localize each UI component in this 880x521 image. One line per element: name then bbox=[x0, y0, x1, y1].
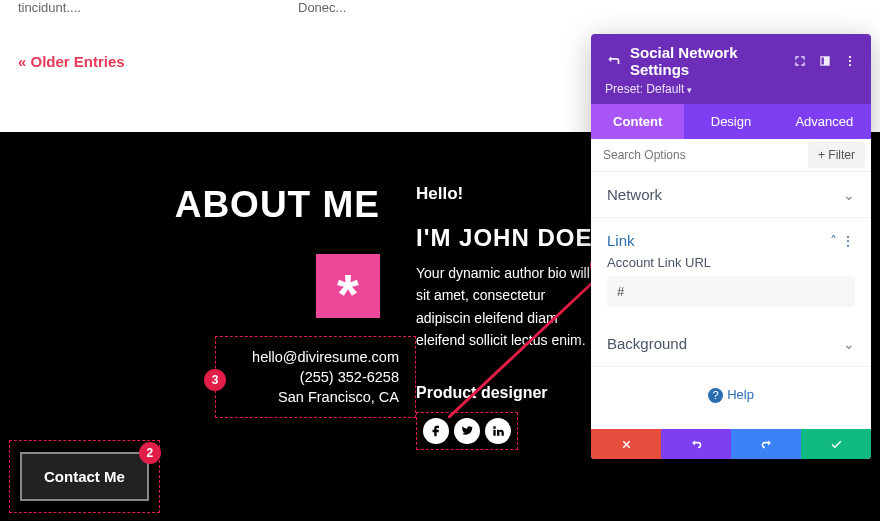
dock-icon[interactable] bbox=[817, 54, 832, 69]
kebab-menu-icon[interactable] bbox=[842, 54, 857, 69]
asterisk-icon: * bbox=[337, 266, 359, 322]
contact-email: hello@diviresume.com bbox=[252, 349, 399, 365]
author-role: Product designer bbox=[416, 384, 596, 402]
contact-location: San Francisco, CA bbox=[252, 389, 399, 405]
search-input[interactable] bbox=[591, 139, 808, 171]
section-network[interactable]: Network ⌄ bbox=[591, 172, 871, 218]
svg-point-4 bbox=[848, 64, 850, 66]
truncated-text-2: Donec... bbox=[298, 0, 346, 15]
section-background[interactable]: Background ⌄ bbox=[591, 321, 871, 367]
social-icons-row bbox=[416, 412, 518, 450]
chevron-down-icon: ⌄ bbox=[843, 336, 855, 352]
expand-icon[interactable] bbox=[792, 54, 807, 69]
help-link[interactable]: ?Help bbox=[591, 367, 871, 429]
contact-info-box: 3 hello@diviresume.com (255) 352-6258 Sa… bbox=[215, 336, 416, 418]
svg-point-2 bbox=[848, 56, 850, 58]
delete-button[interactable] bbox=[591, 429, 661, 459]
redo-button[interactable] bbox=[731, 429, 801, 459]
tab-design[interactable]: Design bbox=[684, 104, 777, 139]
logo-square: * bbox=[316, 254, 380, 318]
filter-button[interactable]: Filter bbox=[808, 142, 865, 168]
older-entries-link[interactable]: « Older Entries bbox=[18, 53, 125, 70]
author-name: I'M JOHN DOE bbox=[416, 224, 596, 252]
contact-button-wrap: Contact Me 2 bbox=[9, 440, 160, 513]
link-url-input[interactable] bbox=[607, 276, 855, 307]
back-arrow-icon[interactable] bbox=[605, 54, 620, 69]
settings-panel: Social Network Settings Preset: Default … bbox=[591, 34, 871, 459]
tab-content[interactable]: Content bbox=[591, 104, 684, 139]
panel-title: Social Network Settings bbox=[630, 44, 782, 78]
callout-badge-2: 2 bbox=[139, 442, 161, 464]
author-bio: Your dynamic author bio will sit amet, c… bbox=[416, 262, 591, 352]
chevron-up-icon: ˄ bbox=[830, 233, 837, 249]
confirm-button[interactable] bbox=[801, 429, 871, 459]
svg-point-3 bbox=[848, 60, 850, 62]
linkedin-icon[interactable] bbox=[485, 418, 511, 444]
link-url-label: Account Link URL bbox=[607, 255, 855, 270]
undo-button[interactable] bbox=[661, 429, 731, 459]
hello-heading: Hello! bbox=[416, 184, 596, 204]
twitter-icon[interactable] bbox=[454, 418, 480, 444]
about-title: ABOUT ME bbox=[20, 184, 416, 226]
facebook-icon[interactable] bbox=[423, 418, 449, 444]
kebab-menu-icon[interactable]: ⋮ bbox=[841, 233, 855, 249]
tab-advanced[interactable]: Advanced bbox=[778, 104, 871, 139]
section-link[interactable]: Link ˄ ⋮ bbox=[591, 218, 871, 255]
contact-me-button[interactable]: Contact Me 2 bbox=[20, 452, 149, 501]
preset-dropdown[interactable]: Preset: Default bbox=[605, 82, 857, 96]
truncated-text-1: tincidunt.... bbox=[18, 0, 298, 15]
callout-badge-3: 3 bbox=[204, 369, 226, 391]
contact-phone: (255) 352-6258 bbox=[252, 369, 399, 385]
chevron-down-icon: ⌄ bbox=[843, 187, 855, 203]
